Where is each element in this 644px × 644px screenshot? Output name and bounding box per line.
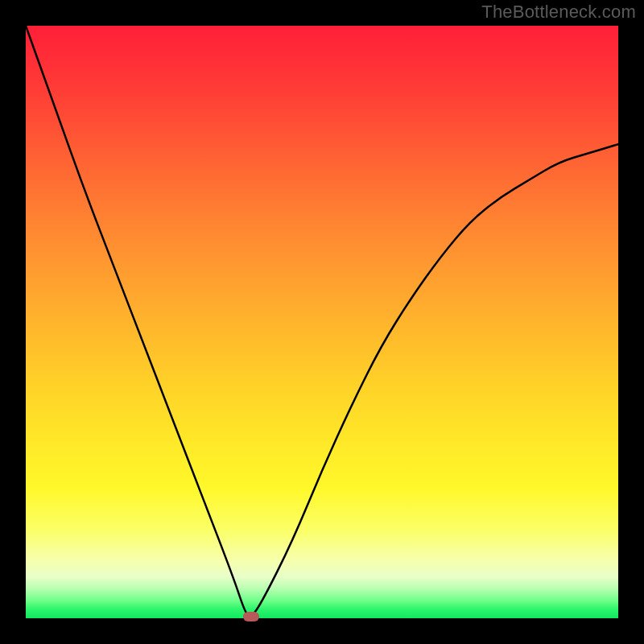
curve-svg [26, 26, 618, 618]
chart-frame: TheBottleneck.com [0, 0, 644, 644]
bottleneck-curve [26, 26, 618, 616]
plot-area [26, 26, 618, 618]
attribution-text: TheBottleneck.com [481, 2, 636, 23]
minimum-marker [243, 612, 259, 621]
